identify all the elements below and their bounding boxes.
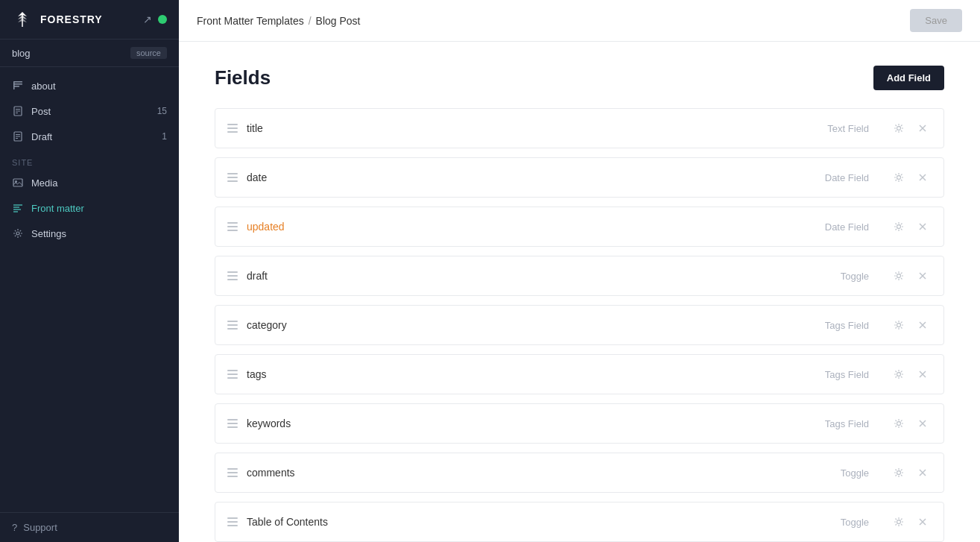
external-link-icon[interactable]: ↗ xyxy=(143,13,152,25)
support-label: Support xyxy=(23,522,57,533)
sidebar-nav: about Post 15 xyxy=(0,67,179,512)
sidebar: FORESTRY ↗ blog source about xyxy=(0,0,179,542)
sidebar-item-draft[interactable]: Draft 1 xyxy=(0,124,179,149)
logo-text: FORESTRY xyxy=(40,13,103,25)
sidebar-item-front-matter[interactable]: Front matter xyxy=(0,195,179,221)
sidebar-header: FORESTRY ↗ xyxy=(0,0,179,40)
field-delete-button[interactable] xyxy=(914,119,932,137)
field-settings-button[interactable] xyxy=(890,464,908,482)
field-actions xyxy=(890,119,932,137)
svg-point-19 xyxy=(16,232,19,235)
field-actions xyxy=(890,218,932,236)
field-settings-button[interactable] xyxy=(890,119,908,137)
post-count: 15 xyxy=(157,106,167,116)
field-actions xyxy=(890,365,932,383)
blog-label: blog xyxy=(12,48,31,59)
logo-icon xyxy=(12,9,33,30)
svg-rect-13 xyxy=(13,179,22,186)
field-delete-button[interactable] xyxy=(914,365,932,383)
svg-rect-2 xyxy=(13,83,22,85)
field-settings-button[interactable] xyxy=(890,513,908,531)
svg-point-25 xyxy=(897,373,901,376)
field-settings-button[interactable] xyxy=(890,415,908,432)
fields-title: Fields xyxy=(215,66,271,89)
topbar: Front Matter Templates / Blog Post Save xyxy=(179,0,980,42)
media-icon xyxy=(12,177,24,189)
field-name: keywords xyxy=(247,417,800,429)
header-icons: ↗ xyxy=(143,13,167,25)
field-actions xyxy=(890,316,932,334)
field-type: Tags Field xyxy=(809,418,869,429)
drag-handle-icon[interactable] xyxy=(227,468,238,477)
field-settings-button[interactable] xyxy=(890,316,908,334)
sidebar-footer: ? Support xyxy=(0,512,179,542)
table-row: date Date Field xyxy=(215,157,944,198)
field-type: Tags Field xyxy=(809,320,869,331)
table-row: draft Toggle xyxy=(215,256,944,296)
field-type: Text Field xyxy=(809,123,869,134)
media-label: Media xyxy=(31,177,57,189)
sidebar-item-post[interactable]: Post 15 xyxy=(0,98,179,124)
table-row: category Tags Field xyxy=(215,305,944,345)
drag-handle-icon[interactable] xyxy=(227,271,238,280)
save-button[interactable]: Save xyxy=(910,9,962,32)
svg-point-20 xyxy=(897,127,901,130)
field-actions xyxy=(890,513,932,531)
draft-label: Draft xyxy=(31,131,52,142)
field-settings-button[interactable] xyxy=(890,218,908,236)
settings-label: Settings xyxy=(31,228,66,239)
field-delete-button[interactable] xyxy=(914,513,932,531)
drag-handle-icon[interactable] xyxy=(227,370,238,379)
field-name: comments xyxy=(247,467,800,479)
table-row: updated Date Field xyxy=(215,207,944,247)
about-icon xyxy=(12,80,24,92)
svg-point-22 xyxy=(897,225,901,229)
front-matter-label: Front matter xyxy=(31,203,84,214)
svg-point-21 xyxy=(897,176,901,180)
drag-handle-icon[interactable] xyxy=(227,321,238,330)
svg-point-27 xyxy=(897,471,901,475)
field-delete-button[interactable] xyxy=(914,415,932,432)
table-row: title Text Field xyxy=(215,108,944,148)
drag-handle-icon[interactable] xyxy=(227,124,238,133)
svg-point-24 xyxy=(897,324,901,327)
about-label: about xyxy=(31,81,56,92)
field-delete-button[interactable] xyxy=(914,316,932,334)
svg-rect-1 xyxy=(13,81,22,83)
sidebar-item-settings[interactable]: Settings xyxy=(0,221,179,246)
field-name: tags xyxy=(247,368,800,380)
breadcrumb-current: Blog Post xyxy=(316,15,361,27)
field-delete-button[interactable] xyxy=(914,267,932,285)
breadcrumb-root[interactable]: Front Matter Templates xyxy=(197,15,304,27)
field-delete-button[interactable] xyxy=(914,168,932,186)
main-content: Front Matter Templates / Blog Post Save … xyxy=(179,0,980,542)
content-area: Fields Add Field title Text Field xyxy=(179,42,980,542)
field-type: Toggle xyxy=(809,517,869,528)
post-label: Post xyxy=(31,106,51,117)
field-settings-button[interactable] xyxy=(890,267,908,285)
table-row: tags Tags Field xyxy=(215,354,944,394)
field-settings-button[interactable] xyxy=(890,365,908,383)
site-section-label: SITE xyxy=(0,149,179,170)
source-badge: source xyxy=(130,47,167,59)
field-delete-button[interactable] xyxy=(914,218,932,236)
drag-handle-icon[interactable] xyxy=(227,173,238,182)
drag-handle-icon[interactable] xyxy=(227,419,238,428)
fields-header: Fields Add Field xyxy=(215,66,944,90)
sidebar-item-about[interactable]: about xyxy=(0,73,179,98)
front-matter-icon xyxy=(12,202,24,214)
add-field-button[interactable]: Add Field xyxy=(873,66,944,90)
field-name: title xyxy=(247,122,800,134)
svg-point-23 xyxy=(897,274,901,278)
drag-handle-icon[interactable] xyxy=(227,222,238,231)
sidebar-item-media[interactable]: Media xyxy=(0,170,179,195)
field-delete-button[interactable] xyxy=(914,464,932,482)
field-name: draft xyxy=(247,270,800,282)
status-dot xyxy=(158,15,167,24)
field-type: Toggle xyxy=(809,271,869,282)
drag-handle-icon[interactable] xyxy=(227,517,238,526)
settings-icon xyxy=(12,227,24,239)
field-actions xyxy=(890,267,932,285)
support-item[interactable]: ? Support xyxy=(12,522,167,533)
field-settings-button[interactable] xyxy=(890,168,908,186)
